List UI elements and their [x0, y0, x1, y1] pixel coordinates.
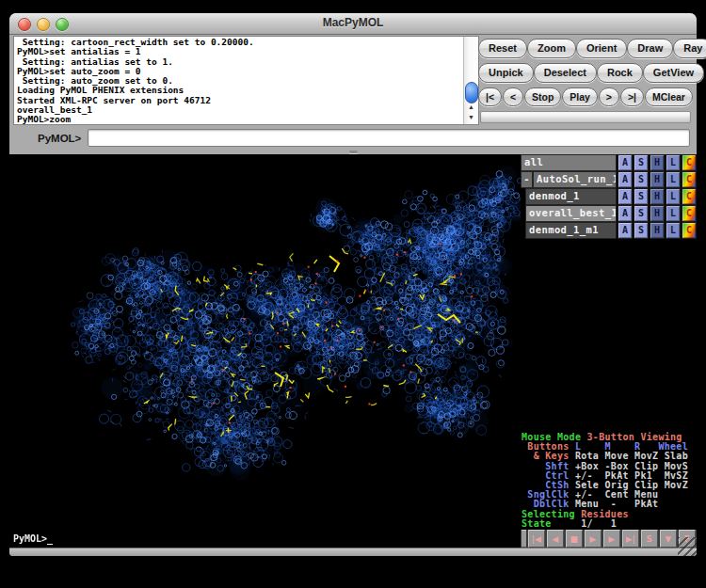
object-name-overall_best_1[interactable]: overall_best_1 [525, 205, 617, 222]
console-line: overall_best_1 [17, 105, 462, 115]
rock-button[interactable]: Rock [597, 63, 643, 83]
ray-button[interactable]: Ray [673, 39, 706, 58]
object-list: allASHLC-AutoSol_run_1_ASHLCdenmod_1ASHL… [521, 154, 697, 239]
step-forward-button[interactable]: > [599, 87, 619, 106]
window-bottom-bar [9, 548, 697, 556]
scroll-up-button[interactable]: ▲ [464, 102, 478, 112]
feedback-bar [480, 111, 691, 123]
show-menu-button[interactable]: S [634, 222, 649, 239]
show-menu-button[interactable]: S [634, 171, 649, 188]
mouse-panel-line[interactable]: State 1/ 1 [521, 519, 697, 529]
mouse-panel-text: 1/ 1 [557, 518, 617, 529]
unpick-button[interactable]: Unpick [478, 63, 534, 83]
draw-button[interactable]: Draw [627, 39, 673, 58]
hide-menu-button[interactable]: H [650, 154, 665, 171]
scrollbar-thumb[interactable] [465, 82, 478, 103]
pymol-prompt-label: PyMOL> [38, 133, 81, 144]
object-row: denmod_1ASHLC [521, 188, 697, 205]
command-row: PyMOL> [9, 125, 697, 151]
object-row: allASHLC [521, 154, 697, 171]
command-input[interactable] [88, 129, 690, 147]
object-name-AutoSol_run_1_[interactable]: AutoSol_run_1_ [533, 171, 617, 188]
molecule-canvas[interactable] [9, 154, 521, 549]
control-button-panel: ResetZoomOrientDrawRay UnpickDeselectRoc… [478, 35, 693, 125]
mclear-button[interactable]: MClear [645, 87, 693, 106]
object-row: -AutoSol_run_1_ASHLC [521, 171, 697, 188]
object-row: denmod_1_m1ASHLC [521, 222, 697, 239]
console-line: PyMOL>zoom [17, 115, 462, 124]
action-menu-button[interactable]: A [618, 222, 633, 239]
viewport-3d[interactable]: PyMOL>_ [9, 154, 521, 549]
color-menu-button[interactable]: C [682, 154, 697, 171]
mouse-mode-panel: Mouse Mode 3-Button Viewing Buttons L M … [521, 433, 697, 529]
movie-play-button[interactable]: ▶ [585, 530, 602, 548]
show-menu-button[interactable]: S [634, 188, 649, 205]
splitter-dimple-icon [349, 151, 358, 153]
main-area: PyMOL>_ allASHLC-AutoSol_run_1_ASHLCdenm… [9, 154, 697, 549]
label-menu-button[interactable]: L [666, 222, 681, 239]
macpymol-window: MacPyMOL Setting: cartoon_rect_width set… [9, 13, 697, 556]
step-back-button[interactable]: < [503, 87, 523, 106]
scroll-down-button[interactable]: ▼ [464, 112, 478, 122]
object-panel: allASHLC-AutoSol_run_1_ASHLCdenmod_1ASHL… [521, 154, 697, 549]
window-title: MacPyMOL [9, 16, 697, 29]
color-menu-button[interactable]: C [682, 205, 697, 222]
upper-panel: Setting: cartoon_rect_width set to 0.200… [9, 35, 697, 125]
collapse-toggle[interactable]: - [521, 171, 533, 188]
s-toggle-button[interactable]: S [641, 530, 658, 548]
action-menu-button[interactable]: A [618, 171, 633, 188]
getview-button[interactable]: GetView [643, 63, 704, 83]
stop-button[interactable]: Stop [524, 87, 561, 106]
movie-end-button[interactable]: ▶| [622, 530, 639, 548]
action-menu-button[interactable]: A [618, 188, 633, 205]
mouse-panel-text: State [521, 518, 557, 529]
action-menu-button[interactable]: A [618, 205, 633, 222]
color-menu-button[interactable]: C [682, 222, 697, 239]
vcr-edge [521, 530, 526, 548]
viewport-prompt: PyMOL>_ [13, 533, 53, 544]
hide-menu-button[interactable]: H [650, 188, 665, 205]
hide-menu-button[interactable]: H [650, 171, 665, 188]
object-row: overall_best_1ASHLC [521, 205, 697, 222]
frame-back-button[interactable]: ◀ [547, 530, 564, 548]
console-lines: Setting: cartoon_rect_width set to 0.200… [17, 38, 462, 124]
scene-down-button[interactable]: ▼ [660, 530, 677, 548]
rewind-button[interactable]: |◀ [528, 530, 545, 548]
object-name-denmod_1[interactable]: denmod_1 [525, 188, 617, 205]
deselect-button[interactable]: Deselect [534, 63, 597, 83]
movie-controls: |◀◀■▶▶▶|S▼F [521, 530, 697, 548]
screen: { "window": { "title": "MacPyMOL" }, "co… [0, 0, 706, 588]
resize-grip[interactable] [678, 537, 697, 556]
label-menu-button[interactable]: L [666, 205, 681, 222]
console-output[interactable]: Setting: cartoon_rect_width set to 0.200… [13, 36, 479, 125]
go-to-end-button[interactable]: >| [620, 87, 644, 106]
orient-button[interactable]: Orient [576, 39, 627, 58]
hide-menu-button[interactable]: H [650, 205, 665, 222]
movie-stop-button[interactable]: ■ [566, 530, 583, 548]
show-menu-button[interactable]: S [634, 154, 649, 171]
title-bar[interactable]: MacPyMOL [9, 13, 697, 35]
color-menu-button[interactable]: C [682, 188, 697, 205]
frame-forward-button[interactable]: ▶ [603, 530, 620, 548]
label-menu-button[interactable]: L [666, 171, 681, 188]
action-menu-button[interactable]: A [618, 154, 633, 171]
label-menu-button[interactable]: L [666, 188, 681, 205]
console-scrollbar[interactable]: ▲ ▼ [463, 37, 478, 124]
reset-button[interactable]: Reset [478, 39, 527, 58]
object-name-all[interactable]: all [521, 154, 617, 171]
show-menu-button[interactable]: S [634, 205, 649, 222]
go-to-start-button[interactable]: |< [478, 87, 502, 106]
color-menu-button[interactable]: C [682, 171, 697, 188]
hide-menu-button[interactable]: H [650, 222, 665, 239]
zoom-button[interactable]: Zoom [527, 39, 576, 58]
label-menu-button[interactable]: L [666, 154, 681, 171]
object-name-denmod_1_m1[interactable]: denmod_1_m1 [525, 222, 617, 239]
play-button[interactable]: Play [562, 87, 598, 106]
